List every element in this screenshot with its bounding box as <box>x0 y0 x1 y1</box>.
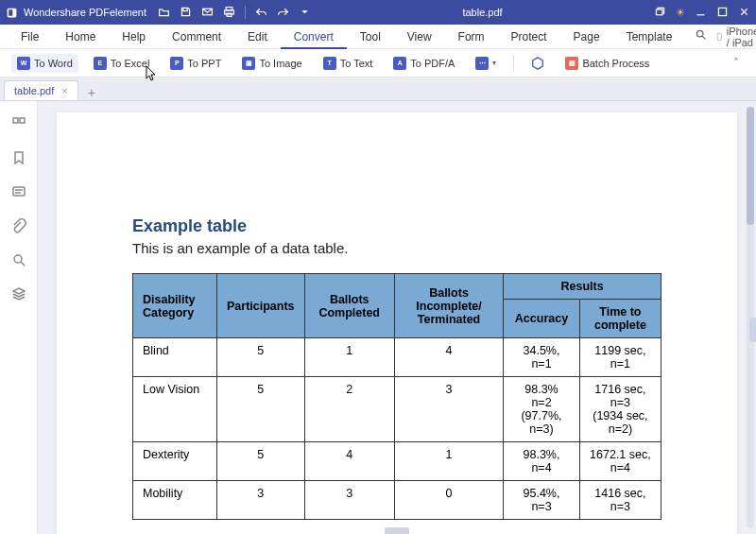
table-cell: 3 <box>217 481 305 520</box>
right-handle[interactable] <box>749 318 756 342</box>
th-accuracy: Accuracy <box>504 300 580 338</box>
ppt-icon: P <box>170 57 183 70</box>
menu-tool[interactable]: Tool <box>347 25 394 49</box>
maximize-icon[interactable] <box>716 6 729 20</box>
menu-page[interactable]: Page <box>560 25 613 49</box>
table-cell: 1 <box>394 442 503 481</box>
th-ballots-completed: Ballots Completed <box>304 274 394 338</box>
page-subtitle: This is an example of a data table. <box>132 240 662 256</box>
text-icon: T <box>323 57 336 70</box>
more-convert-button[interactable]: ⋯▾ <box>470 54 502 73</box>
table-cell: Low Vision <box>133 377 217 442</box>
svg-rect-14 <box>20 118 25 123</box>
layers-icon[interactable] <box>11 286 26 305</box>
menu-template[interactable]: Template <box>613 25 686 49</box>
word-icon: W <box>17 57 30 70</box>
window-restore-icon[interactable] <box>654 6 666 20</box>
table-cell: 3 <box>394 377 503 442</box>
tab-close-icon[interactable]: × <box>61 85 67 96</box>
menubar: File Home Help Comment Edit Convert Tool… <box>0 25 756 49</box>
data-table: Disability Category Participants Ballots… <box>132 273 662 520</box>
table-row: Mobility33095.4%, n=31416 sec, n=3 <box>133 481 662 520</box>
svg-rect-1 <box>9 9 12 16</box>
new-tab-button[interactable]: + <box>78 85 105 100</box>
image-icon: ▣ <box>242 57 255 70</box>
th-results: Results <box>504 274 662 300</box>
table-cell: 4 <box>394 338 503 377</box>
svg-marker-12 <box>533 57 543 68</box>
svg-line-10 <box>702 36 705 39</box>
redo-icon[interactable] <box>277 6 289 20</box>
save-icon[interactable] <box>180 6 192 20</box>
to-text-button[interactable]: TTo Text <box>318 54 379 73</box>
to-word-button[interactable]: WTo Word <box>11 54 78 73</box>
comments-icon[interactable] <box>11 184 26 203</box>
table-cell: 2 <box>304 377 394 442</box>
left-sidebar <box>0 101 38 534</box>
minimize-icon[interactable] <box>695 6 707 20</box>
table-cell: 0 <box>394 481 503 520</box>
main-area: Example table This is an example of a da… <box>0 101 756 534</box>
table-row: Blind51434.5%, n=11199 sec, n=1 <box>133 338 662 377</box>
undo-icon[interactable] <box>255 6 267 20</box>
bookmark-icon[interactable] <box>11 150 26 169</box>
table-cell: Blind <box>133 338 217 377</box>
table-cell: 5 <box>217 377 305 442</box>
mail-icon[interactable] <box>201 6 214 20</box>
theme-sun-icon[interactable]: ☀ <box>676 7 685 19</box>
menu-edit[interactable]: Edit <box>234 25 281 49</box>
collapse-ribbon-icon[interactable]: ˄ <box>728 57 745 70</box>
svg-rect-13 <box>13 118 18 123</box>
menu-form[interactable]: Form <box>445 25 498 49</box>
svg-rect-15 <box>13 187 25 196</box>
tab-strip: table.pdf × + <box>0 78 756 101</box>
more-icon: ⋯ <box>475 57 489 70</box>
page: Example table This is an example of a da… <box>57 112 737 534</box>
search-panel-icon[interactable] <box>11 252 26 271</box>
batch-process-button[interactable]: ▤Batch Process <box>559 54 655 73</box>
menu-protect[interactable]: Protect <box>498 25 560 49</box>
ribbon: WTo Word ETo Excel PTo PPT ▣To Image TTo… <box>0 49 756 78</box>
svg-line-19 <box>21 262 25 266</box>
scroll-thumb[interactable] <box>747 107 754 225</box>
excel-icon: E <box>94 57 107 70</box>
bottom-handle[interactable] <box>385 527 409 534</box>
device-link[interactable]: iPhone / iPad <box>716 26 756 48</box>
mouse-cursor-icon <box>146 65 157 82</box>
table-row: Low Vision52398.3% n=2 (97.7%, n=3)1716 … <box>133 377 662 442</box>
table-cell: Mobility <box>133 481 217 520</box>
menu-help[interactable]: Help <box>109 25 159 49</box>
app-name: Wondershare PDFelement <box>24 7 146 18</box>
menu-search-icon[interactable] <box>685 25 716 49</box>
dropdown-icon[interactable] <box>299 6 311 20</box>
open-folder-icon[interactable] <box>158 6 170 20</box>
table-cell: 34.5%, n=1 <box>504 338 580 377</box>
hex-tool-button[interactable] <box>525 54 550 73</box>
attachment-icon[interactable] <box>11 218 26 237</box>
page-title: Example table <box>132 216 662 236</box>
tab-label: table.pdf <box>14 85 54 96</box>
app-logo-icon <box>6 7 18 19</box>
document-tab[interactable]: table.pdf × <box>4 80 78 100</box>
th-participants: Participants <box>217 274 305 338</box>
th-disability: Disability Category <box>133 274 217 338</box>
menu-file[interactable]: File <box>8 25 52 49</box>
menu-view[interactable]: View <box>394 25 445 49</box>
close-icon[interactable] <box>738 6 750 20</box>
to-pdfa-button[interactable]: ATo PDF/A <box>387 54 460 73</box>
table-cell: 1416 sec, n=3 <box>579 481 661 520</box>
svg-point-18 <box>14 255 22 263</box>
table-cell: 1672.1 sec, n=4 <box>579 442 661 481</box>
menu-home[interactable]: Home <box>52 25 109 49</box>
table-cell: 98.3% n=2 (97.7%, n=3) <box>504 377 580 442</box>
menu-comment[interactable]: Comment <box>159 25 234 49</box>
to-ppt-button[interactable]: PTo PPT <box>164 54 227 73</box>
titlebar-filename: table.pdf <box>311 7 654 18</box>
thumbnails-icon[interactable] <box>11 116 26 135</box>
print-icon[interactable] <box>223 6 235 20</box>
table-cell: 5 <box>217 338 305 377</box>
document-viewport[interactable]: Example table This is an example of a da… <box>38 101 756 534</box>
menu-convert[interactable]: Convert <box>281 25 347 49</box>
svg-rect-6 <box>656 9 662 15</box>
to-image-button[interactable]: ▣To Image <box>236 54 307 73</box>
